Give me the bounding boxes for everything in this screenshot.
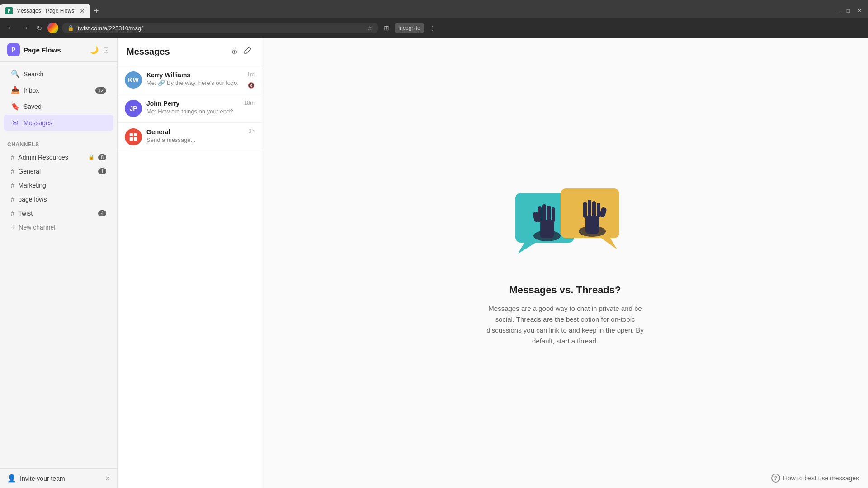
invite-close-button[interactable]: ×: [106, 474, 110, 483]
sidebar-item-messages-label: Messages: [24, 119, 52, 127]
browser-toolbar: ← → ↻ 🔒 twist.com/a/225310/msg/ ☆ ⊞ Inco…: [0, 18, 868, 38]
channel-pageflows[interactable]: # pageflows: [4, 192, 113, 206]
messages-icon: ✉: [11, 118, 19, 127]
dark-mode-button[interactable]: 🌙: [89, 45, 99, 55]
avatar-general: [125, 128, 142, 145]
tab-favicon: P: [5, 7, 13, 14]
message-item-kerry[interactable]: KW Kerry Williams Me: 🔗 By the way, here…: [118, 66, 262, 94]
message-time-kerry: 1m: [247, 71, 255, 78]
bookmark-star-icon[interactable]: ☆: [367, 24, 373, 32]
messages-actions: ⊕: [231, 45, 253, 58]
twist-badge: 4: [98, 210, 106, 216]
message-preview-general: Send a message...: [146, 136, 255, 143]
maximize-button[interactable]: □: [844, 6, 853, 16]
sidebar-item-messages[interactable]: ✉ Messages: [4, 115, 113, 131]
messages-panel-title: Messages: [127, 47, 231, 57]
hash-icon: #: [11, 195, 14, 203]
onboarding-content: Messages vs. Threads? Messages are a goo…: [466, 161, 665, 365]
message-time-john: 18m: [244, 100, 255, 106]
svg-rect-2: [130, 137, 133, 141]
svg-marker-7: [601, 238, 617, 249]
plus-icon: +: [11, 223, 15, 231]
incognito-badge: Incognito: [395, 23, 424, 33]
browser-chrome: P Messages - Page Flows ✕ + ─ □ ✕ ← → ↻ …: [0, 0, 868, 38]
message-time-general: 3h: [249, 128, 255, 135]
general-badge: 1: [98, 168, 106, 174]
svg-rect-3: [134, 137, 137, 141]
new-channel-label: New channel: [19, 224, 55, 231]
channel-marketing[interactable]: # Marketing: [4, 178, 113, 192]
layout-button[interactable]: ⊡: [102, 45, 110, 55]
invite-label[interactable]: Invite your team: [20, 475, 102, 482]
svg-rect-16: [585, 216, 599, 234]
sidebar-nav: 🔍 Search 📥 Inbox 12 🔖 Saved ✉ Messages: [0, 62, 117, 135]
channel-admin-resources-label: Admin Resources: [18, 154, 85, 161]
extensions-button[interactable]: ⊞: [382, 23, 391, 33]
tab-title: Messages - Page Flows: [16, 8, 76, 14]
close-window-button[interactable]: ✕: [854, 6, 864, 16]
hash-icon: #: [11, 209, 14, 217]
browser-tabs: P Messages - Page Flows ✕ + ─ □ ✕: [0, 0, 868, 18]
message-sender-general: General: [146, 128, 255, 136]
messages-panel: Messages ⊕ KW Kerry Williams: [118, 38, 262, 488]
active-tab[interactable]: P Messages - Page Flows ✕: [0, 4, 90, 18]
svg-rect-0: [130, 133, 133, 136]
message-preview-john: Me: How are things on your end?: [146, 108, 255, 115]
channel-general[interactable]: # General 1: [4, 164, 113, 178]
channels-heading: Channels: [7, 141, 39, 148]
compose-button[interactable]: [242, 45, 253, 58]
svg-rect-1: [134, 133, 137, 136]
invite-team-section: 👤 Invite your team ×: [0, 468, 117, 488]
filter-button[interactable]: ⊕: [231, 45, 238, 58]
sidebar-item-inbox[interactable]: 📥 Inbox 12: [4, 82, 113, 98]
tab-close-button[interactable]: ✕: [80, 7, 85, 14]
inbox-badge: 12: [95, 87, 106, 94]
svg-rect-13: [552, 207, 555, 222]
messages-vs-threads-illustration: [511, 179, 628, 270]
hash-icon: #: [11, 167, 14, 175]
sidebar-item-search[interactable]: 🔍 Search: [4, 66, 113, 82]
message-sender-john: John Perry: [146, 100, 255, 107]
question-icon: ?: [771, 474, 780, 483]
channel-admin-resources[interactable]: # Admin Resources 🔒 8: [4, 150, 113, 164]
avatar-john: JP: [125, 100, 142, 117]
channel-general-label: General: [18, 168, 94, 175]
sidebar-item-inbox-label: Inbox: [24, 87, 39, 94]
menu-button[interactable]: ⋮: [428, 23, 438, 33]
refresh-button[interactable]: ↻: [34, 22, 44, 34]
message-content-john: John Perry Me: How are things on your en…: [146, 100, 255, 115]
mute-icon-kerry: 🔇: [248, 82, 255, 89]
sidebar-item-search-label: Search: [24, 70, 43, 78]
admin-resources-badge: 8: [98, 154, 106, 160]
minimize-button[interactable]: ─: [833, 6, 842, 16]
onboarding-description: Messages are a good way to chat in priva…: [484, 303, 646, 347]
google-icon: [47, 23, 58, 33]
svg-rect-18: [588, 200, 591, 218]
app-container: P Page Flows 🌙 ⊡ 🔍 Search 📥 Inbox 12 🔖 S…: [0, 38, 868, 488]
back-button[interactable]: ←: [5, 22, 16, 34]
compose-icon: [243, 46, 252, 55]
channels-section-header: Channels: [0, 135, 117, 150]
url-display: twist.com/a/225310/msg/: [78, 25, 363, 32]
forward-button[interactable]: →: [20, 22, 31, 34]
illustration: [511, 179, 619, 270]
sidebar-item-saved[interactable]: 🔖 Saved: [4, 99, 113, 114]
channel-marketing-label: Marketing: [18, 182, 106, 189]
address-bar[interactable]: 🔒 twist.com/a/225310/msg/ ☆: [62, 23, 378, 33]
message-list: KW Kerry Williams Me: 🔗 By the way, here…: [118, 66, 262, 488]
sidebar-header: P Page Flows 🌙 ⊡: [0, 38, 117, 62]
message-item-general[interactable]: General Send a message... 3h: [118, 123, 262, 151]
lock-icon: 🔒: [88, 154, 94, 160]
message-item-john[interactable]: JP John Perry Me: How are things on your…: [118, 94, 262, 123]
svg-rect-9: [540, 220, 554, 238]
message-sender-kerry: Kerry Williams: [146, 71, 255, 79]
new-channel-button[interactable]: + New channel: [4, 221, 113, 234]
help-link[interactable]: ? How to best use messages: [771, 474, 859, 483]
new-tab-button[interactable]: +: [90, 6, 103, 16]
messages-header: Messages ⊕: [118, 38, 262, 66]
content-area: Messages ⊕ KW Kerry Williams: [118, 38, 868, 488]
message-preview-kerry: Me: 🔗 By the way, here's our logo.: [146, 80, 255, 86]
onboarding-title: Messages vs. Threads?: [484, 284, 646, 296]
channel-twist[interactable]: # Twist 4: [4, 206, 113, 220]
message-content-general: General Send a message...: [146, 128, 255, 143]
